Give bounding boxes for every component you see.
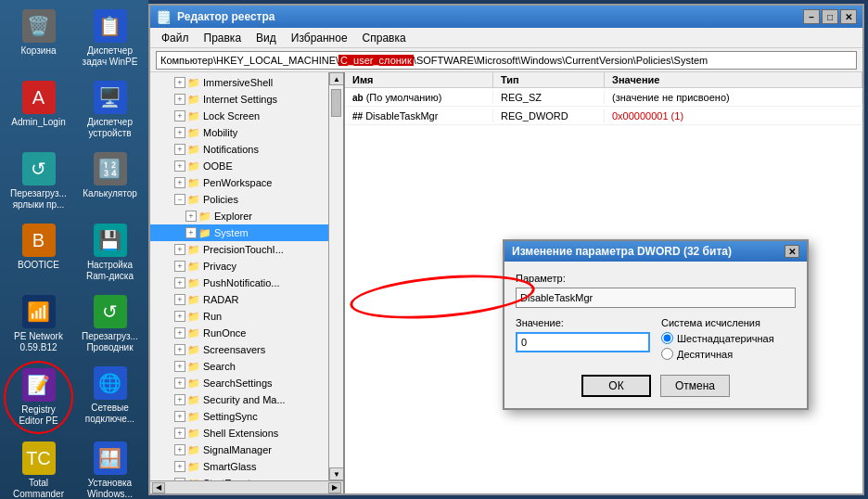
tree-item-5[interactable]: +📁OOBE xyxy=(150,158,328,174)
expand-btn-2[interactable]: + xyxy=(174,110,185,122)
expand-btn-6[interactable]: + xyxy=(174,177,185,188)
expand-btn-9[interactable]: + xyxy=(185,227,197,238)
expand-btn-4[interactable]: + xyxy=(174,144,185,155)
desktop-icon-ustanovka-windows[interactable]: 🪟Установка Windows... xyxy=(75,436,145,499)
expand-btn-1[interactable]: + xyxy=(174,94,185,105)
icon-image-registry-editor-pe: 📝 xyxy=(22,368,56,402)
tree-item-6[interactable]: +📁PenWorkspace xyxy=(150,174,328,191)
folder-icon-9: 📁 xyxy=(198,227,211,239)
tree-item-3[interactable]: +📁Mobility xyxy=(150,124,328,141)
expand-btn-15[interactable]: + xyxy=(174,327,185,339)
tree-item-7[interactable]: −📁Policies xyxy=(150,191,328,208)
expand-btn-3[interactable]: + xyxy=(174,127,185,138)
tree-item-2[interactable]: +📁Lock Screen xyxy=(150,108,328,124)
expand-btn-21[interactable]: + xyxy=(174,428,185,439)
icon-label-ustanovka-windows: Установка Windows... xyxy=(79,478,141,499)
desktop-icon-pe-network[interactable]: 📶PE Network 0.59.B12 xyxy=(4,289,73,359)
desktop-icon-korzina[interactable]: 🗑️Корзина xyxy=(4,4,73,73)
desktop-icon-dispatcher-ustroystv[interactable]: 🖥️Диспетчер устройств xyxy=(75,75,145,145)
expand-btn-16[interactable]: + xyxy=(174,344,185,355)
expand-btn-22[interactable]: + xyxy=(174,444,185,455)
tree-item-22[interactable]: +📁SignalManager xyxy=(150,441,328,458)
expand-btn-17[interactable]: + xyxy=(174,361,185,372)
hex-radio[interactable] xyxy=(661,332,673,344)
tree-nav-left[interactable]: ◀ xyxy=(152,482,165,493)
folder-icon-21: 📁 xyxy=(187,428,200,440)
tree-item-0[interactable]: +📁ImmersiveShell xyxy=(150,74,328,91)
cancel-button[interactable]: Отмена xyxy=(660,375,730,397)
value-row-0[interactable]: ab(По умолчанию)REG_SZ(значение не присв… xyxy=(345,88,862,107)
folder-icon-20: 📁 xyxy=(187,411,200,423)
tree-scroll-up[interactable]: ▲ xyxy=(329,72,343,85)
maximize-button[interactable]: □ xyxy=(822,9,838,24)
desktop-icon-nastroyka-ram[interactable]: 💾Настройка Ram-диска xyxy=(75,218,145,288)
menu-item-4[interactable]: Справка xyxy=(355,30,414,46)
col-header-type: Тип xyxy=(493,72,605,87)
menu-item-1[interactable]: Правка xyxy=(197,30,249,46)
tree-nav-right[interactable]: ▶ xyxy=(328,482,341,493)
tree-item-11[interactable]: +📁Privacy xyxy=(150,258,328,275)
minimize-button[interactable]: – xyxy=(803,9,820,24)
desktop-icon-admin-login[interactable]: AAdmin_Login xyxy=(4,75,73,145)
tree-item-13[interactable]: +📁RADAR xyxy=(150,291,328,308)
close-button[interactable]: ✕ xyxy=(840,9,857,24)
desktop-icon-registry-editor-pe[interactable]: 📝Registry Editor PE xyxy=(4,361,73,434)
tree-item-1[interactable]: +📁Internet Settings xyxy=(150,91,328,108)
expand-btn-19[interactable]: + xyxy=(174,394,185,405)
folder-icon-6: 📁 xyxy=(187,177,200,189)
tree-label-15: RunOnce xyxy=(203,327,246,339)
desktop-icon-perezagruz-provodnik[interactable]: ↺Перезагруз... Проводник xyxy=(75,289,145,359)
folder-icon-8: 📁 xyxy=(198,211,211,223)
dialog-title: Изменение параметра DWORD (32 бита) xyxy=(512,245,785,258)
value-label: Значение: xyxy=(516,317,650,328)
tree-item-16[interactable]: +📁Screensavers xyxy=(150,341,328,358)
expand-btn-12[interactable]: + xyxy=(174,277,185,288)
value-row-1[interactable]: ##DisableTaskMgrREG_DWORD0x00000001 (1) xyxy=(345,107,862,125)
expand-btn-13[interactable]: + xyxy=(174,294,185,305)
tree-item-14[interactable]: +📁Run xyxy=(150,308,328,325)
expand-btn-14[interactable]: + xyxy=(174,311,185,322)
expand-btn-18[interactable]: + xyxy=(174,377,185,389)
tree-item-12[interactable]: +📁PushNotificatio... xyxy=(150,275,328,291)
tree-item-18[interactable]: +📁SearchSettings xyxy=(150,375,328,391)
tree-item-23[interactable]: +📁SmartGlass xyxy=(150,458,328,475)
value-input[interactable] xyxy=(516,332,650,352)
tree-item-9[interactable]: +📁System xyxy=(150,224,328,241)
expand-btn-11[interactable]: + xyxy=(174,261,185,272)
tree-item-10[interactable]: +📁PrecisionTouchI... xyxy=(150,241,328,258)
tree-label-7: Policies xyxy=(203,194,238,205)
desktop-icon-bootice[interactable]: BBOOTICE xyxy=(4,218,73,288)
tree-item-21[interactable]: +📁Shell Extensions xyxy=(150,425,328,441)
menu-item-3[interactable]: Избранное xyxy=(284,30,355,46)
tree-label-19: Security and Ma... xyxy=(203,394,286,405)
tree-scroll-down[interactable]: ▼ xyxy=(329,467,343,480)
desktop-icon-kalkulator[interactable]: 🔢Калькулятор xyxy=(75,147,145,216)
expand-btn-7[interactable]: − xyxy=(174,194,185,205)
expand-btn-20[interactable]: + xyxy=(174,411,185,422)
icon-image-total-commander: TC xyxy=(22,441,56,475)
dialog-close-button[interactable]: ✕ xyxy=(785,245,799,258)
desktop-icon-dispatcher-winpe[interactable]: 📋Диспетчер задач WinPE xyxy=(75,4,145,73)
tree-label-4: Notifications xyxy=(203,144,259,155)
expand-btn-23[interactable]: + xyxy=(174,461,185,472)
tree-item-19[interactable]: +📁Security and Ma... xyxy=(150,391,328,408)
ok-button[interactable]: ОК xyxy=(581,375,651,397)
tree-item-15[interactable]: +📁RunOnce xyxy=(150,325,328,341)
dec-radio[interactable] xyxy=(661,348,673,360)
desktop-icon-perezagruz-yarlyki[interactable]: ↺Перезагруз... ярлыки пр... xyxy=(4,147,73,216)
tree-item-4[interactable]: +📁Notifications xyxy=(150,141,328,158)
tree-item-8[interactable]: +📁Explorer xyxy=(150,208,328,224)
expand-btn-0[interactable]: + xyxy=(174,77,185,88)
tree-item-20[interactable]: +📁SettingSync xyxy=(150,408,328,425)
address-display[interactable]: Компьютер\HKEY_LOCAL_MACHINE\C_user_слон… xyxy=(156,51,857,70)
desktop-icon-total-commander[interactable]: TCTotal Commander xyxy=(4,436,73,499)
tree-item-17[interactable]: +📁Search xyxy=(150,358,328,375)
icon-image-dispatcher-ustroystv: 🖥️ xyxy=(94,81,127,114)
expand-btn-10[interactable]: + xyxy=(174,244,185,255)
menu-item-2[interactable]: Вид xyxy=(249,30,284,46)
desktop-icon-setevye-podklyuchenia[interactable]: 🌐Сетевые подключе... xyxy=(75,361,145,434)
tree-panel: +📁ImmersiveShell+📁Internet Settings+📁Loc… xyxy=(150,72,328,480)
expand-btn-5[interactable]: + xyxy=(174,160,185,172)
expand-btn-8[interactable]: + xyxy=(185,211,197,222)
menu-item-0[interactable]: Файл xyxy=(154,30,197,46)
